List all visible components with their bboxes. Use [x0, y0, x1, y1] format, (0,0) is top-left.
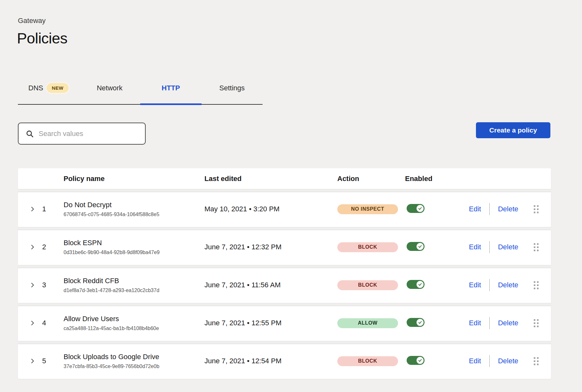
drag-handle-icon[interactable]: [534, 281, 541, 289]
edit-link[interactable]: Edit: [469, 281, 481, 289]
action-badge: BLOCK: [337, 242, 398, 252]
tab-label: DNS: [28, 84, 43, 92]
policy-name: Allow Drive Users: [64, 315, 204, 323]
policy-name-cell: Block Reddit CFB d1ef8a7d-3eb1-4728-a293…: [64, 277, 204, 293]
last-edited: June 7, 2021 • 12:55 PM: [204, 319, 337, 327]
action-cell: ALLOW: [337, 318, 405, 328]
policy-name-cell: Allow Drive Users ca25a488-112a-45ac-ba1…: [64, 315, 204, 331]
policies-table: Policy name Last edited Action Enabled 1…: [18, 168, 551, 379]
row-links: Edit Delete: [469, 355, 534, 367]
last-edited: May 10, 2021 • 3:20 PM: [204, 205, 337, 213]
delete-link[interactable]: Delete: [498, 319, 518, 327]
link-divider: [489, 317, 490, 329]
table-row: 4 Allow Drive Users ca25a488-112a-45ac-b…: [18, 305, 551, 341]
tab-http[interactable]: HTTP: [140, 83, 202, 104]
action-badge: ALLOW: [337, 318, 398, 328]
search-box: [18, 123, 146, 145]
table-row: 3 Block Reddit CFB d1ef8a7d-3eb1-4728-a2…: [18, 267, 551, 303]
drag-handle-icon[interactable]: [534, 357, 541, 365]
header-enabled: Enabled: [405, 175, 469, 183]
action-badge: BLOCK: [337, 280, 398, 290]
table-body: 1 Do Not Decrypt 67068745-c075-4685-934a…: [18, 191, 551, 379]
link-divider: [489, 355, 490, 367]
table-row: 5 Block Uploads to Google Drive 37e7cbfa…: [18, 343, 551, 379]
search-input[interactable]: [39, 130, 134, 138]
enabled-cell: [405, 318, 469, 328]
tab-label: Network: [97, 84, 123, 92]
last-edited: June 7, 2021 • 12:54 PM: [204, 357, 337, 365]
tab-dns[interactable]: DNS NEW: [18, 83, 79, 104]
row-links: Edit Delete: [469, 241, 534, 253]
toggle-check-icon: [417, 243, 424, 250]
action-badge: NO INSPECT: [337, 204, 398, 214]
edit-link[interactable]: Edit: [469, 357, 481, 365]
policy-id: 0d31be6c-9b90-48a4-92b8-9d8f09ba47e9: [64, 250, 204, 255]
enabled-toggle[interactable]: [407, 242, 425, 251]
edit-link[interactable]: Edit: [469, 319, 481, 327]
toggle-check-icon: [417, 205, 424, 212]
policy-name: Do Not Decrypt: [64, 201, 204, 209]
toggle-check-icon: [417, 319, 424, 326]
header-action: Action: [337, 175, 405, 183]
row-number: 2: [40, 243, 64, 251]
expand-chevron-icon[interactable]: [29, 205, 40, 213]
delete-link[interactable]: Delete: [498, 205, 518, 213]
expand-chevron-icon[interactable]: [29, 357, 40, 365]
action-cell: BLOCK: [337, 280, 405, 290]
action-cell: BLOCK: [337, 356, 405, 366]
header-last-edited: Last edited: [204, 175, 337, 183]
toggle-check-icon: [417, 357, 424, 364]
policy-id: ca25a488-112a-45ac-ba1b-fb4108b4b60e: [64, 326, 204, 331]
enabled-toggle[interactable]: [407, 356, 425, 365]
enabled-toggle[interactable]: [407, 204, 425, 213]
gateway-policies-page: Gateway Policies DNS NEW Network HTTP Se…: [0, 0, 582, 392]
toggle-check-icon: [417, 281, 424, 288]
policy-id: 37e7cbfa-85b3-45ce-9e89-7656b0d72e0b: [64, 364, 204, 369]
delete-link[interactable]: Delete: [498, 243, 518, 251]
drag-handle-icon[interactable]: [534, 319, 541, 327]
table-row: 1 Do Not Decrypt 67068745-c075-4685-934a…: [18, 191, 551, 227]
policy-name-cell: Block ESPN 0d31be6c-9b90-48a4-92b8-9d8f0…: [64, 239, 204, 255]
action-badge: BLOCK: [337, 356, 398, 366]
breadcrumb: Gateway: [18, 17, 46, 25]
table-row: 2 Block ESPN 0d31be6c-9b90-48a4-92b8-9d8…: [18, 229, 551, 265]
policy-name-cell: Block Uploads to Google Drive 37e7cbfa-8…: [64, 353, 204, 369]
enabled-cell: [405, 242, 469, 252]
row-number: 3: [40, 281, 64, 289]
edit-link[interactable]: Edit: [469, 243, 481, 251]
new-badge: NEW: [47, 83, 69, 93]
policy-id: d1ef8a7d-3eb1-4728-a293-ea120c2cb37d: [64, 288, 204, 293]
action-cell: BLOCK: [337, 242, 405, 252]
policy-name-cell: Do Not Decrypt 67068745-c075-4685-934a-1…: [64, 201, 204, 217]
tab-settings[interactable]: Settings: [202, 83, 263, 104]
drag-handle-icon[interactable]: [534, 243, 541, 251]
delete-link[interactable]: Delete: [498, 357, 518, 365]
row-links: Edit Delete: [469, 317, 534, 329]
edit-link[interactable]: Edit: [469, 205, 481, 213]
drag-handle-icon[interactable]: [534, 205, 541, 213]
policy-name: Block Uploads to Google Drive: [64, 353, 204, 361]
search-icon: [26, 130, 34, 138]
tab-network[interactable]: Network: [79, 83, 141, 104]
create-policy-button[interactable]: Create a policy: [476, 122, 550, 138]
enabled-cell: [405, 356, 469, 366]
enabled-toggle[interactable]: [407, 318, 425, 327]
table-header: Policy name Last edited Action Enabled: [18, 168, 551, 189]
action-cell: NO INSPECT: [337, 204, 405, 214]
expand-chevron-icon[interactable]: [29, 281, 40, 289]
page-title: Policies: [17, 29, 67, 47]
header-policy-name: Policy name: [64, 175, 204, 183]
row-links: Edit Delete: [469, 279, 534, 291]
link-divider: [489, 241, 490, 253]
link-divider: [489, 203, 490, 215]
delete-link[interactable]: Delete: [498, 281, 518, 289]
expand-chevron-icon[interactable]: [29, 319, 40, 327]
policy-name: Block ESPN: [64, 239, 204, 247]
row-number: 5: [40, 357, 64, 365]
expand-chevron-icon[interactable]: [29, 243, 40, 251]
last-edited: June 7, 2021 • 11:56 AM: [204, 281, 337, 289]
row-number: 1: [40, 205, 64, 213]
row-links: Edit Delete: [469, 203, 534, 215]
tab-label: HTTP: [162, 84, 180, 92]
enabled-toggle[interactable]: [407, 280, 425, 289]
